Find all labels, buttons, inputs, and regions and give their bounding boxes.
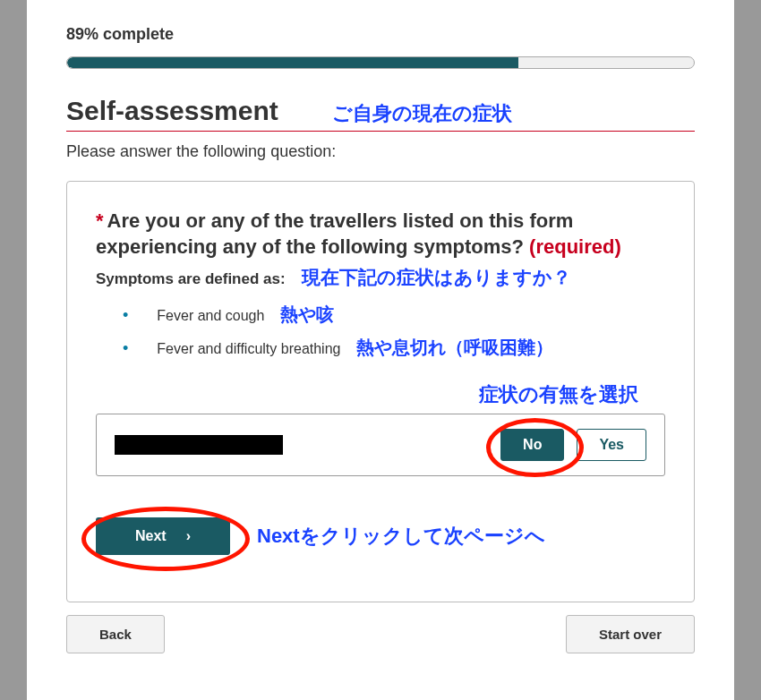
redacted-name bbox=[115, 435, 283, 455]
annotation-symptom-jp: 熱や咳 bbox=[280, 303, 334, 327]
answer-row: No Yes bbox=[96, 414, 665, 476]
symptoms-list: Fever and cough 熱や咳 Fever and difficulty… bbox=[123, 303, 665, 360]
annotation-title-jp: ご自身の現在の症状 bbox=[332, 100, 512, 127]
chevron-right-icon: › bbox=[186, 528, 191, 544]
symptoms-defined-label: Symptoms are defined as: bbox=[96, 270, 286, 288]
no-button[interactable]: No bbox=[500, 429, 564, 461]
heading-row: Self-assessment ご自身の現在の症状 bbox=[66, 96, 695, 127]
list-item: Fever and cough 熱や咳 bbox=[123, 303, 665, 327]
next-label: Next bbox=[135, 528, 167, 544]
required-asterisk: * bbox=[96, 209, 104, 232]
annotation-select-jp: 症状の有無を選択 bbox=[96, 381, 638, 408]
highlight-circle-next: Next › bbox=[96, 517, 230, 555]
question-card: *Are you or any of the travellers listed… bbox=[66, 181, 695, 602]
next-button[interactable]: Next › bbox=[96, 517, 230, 555]
highlight-circle-no: No bbox=[500, 429, 564, 461]
annotation-defined-jp: 現在下記の症状はありますか？ bbox=[302, 265, 571, 290]
page-title: Self-assessment bbox=[66, 96, 278, 126]
progress-fill bbox=[67, 57, 518, 68]
question-text: *Are you or any of the travellers listed… bbox=[96, 209, 665, 260]
question-body: Are you or any of the travellers listed … bbox=[96, 209, 573, 258]
annotation-symptom-jp: 熱や息切れ（呼吸困難） bbox=[356, 336, 553, 360]
yes-button[interactable]: Yes bbox=[577, 429, 646, 461]
subheading: Please answer the following question: bbox=[66, 142, 695, 161]
start-over-button[interactable]: Start over bbox=[566, 615, 695, 653]
annotation-next-jp: Nextをクリックして次ページへ bbox=[257, 523, 545, 550]
progress-text: 89% complete bbox=[66, 25, 695, 44]
answer-buttons: No Yes bbox=[500, 429, 646, 461]
list-item: Fever and difficulty breathing 熱や息切れ（呼吸困… bbox=[123, 336, 665, 360]
page: 89% complete Self-assessment ご自身の現在の症状 P… bbox=[27, 0, 734, 700]
required-label: (required) bbox=[529, 235, 621, 258]
footer-buttons: Back Start over bbox=[66, 615, 695, 653]
symptom-en: Fever and cough bbox=[157, 308, 264, 324]
back-button[interactable]: Back bbox=[66, 615, 165, 653]
symptom-en: Fever and difficulty breathing bbox=[157, 341, 340, 357]
next-row: Next › Nextをクリックして次ページへ bbox=[96, 517, 665, 555]
defined-row: Symptoms are defined as: 現在下記の症状はありますか？ bbox=[96, 265, 665, 290]
progress-bar bbox=[66, 56, 695, 69]
divider bbox=[66, 131, 695, 132]
